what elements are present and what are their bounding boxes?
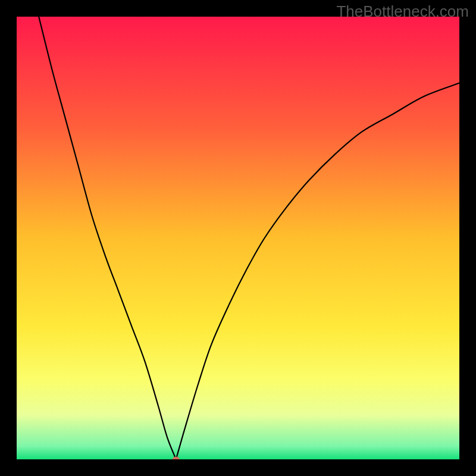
bottleneck-chart bbox=[17, 17, 459, 459]
chart-frame: TheBottleneck.com bbox=[0, 0, 476, 476]
watermark-text: TheBottleneck.com bbox=[336, 2, 469, 21]
plot-background bbox=[17, 17, 459, 459]
